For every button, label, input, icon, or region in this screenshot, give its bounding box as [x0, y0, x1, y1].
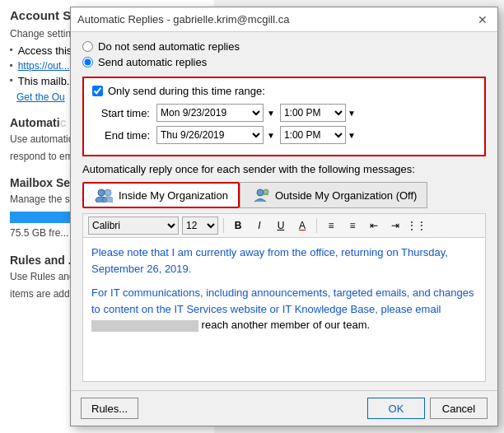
font-color-button[interactable]: A	[293, 216, 311, 235]
more-options-button[interactable]: ⋮⋮	[408, 216, 426, 235]
dialog-titlebar: Automatic Replies - gabrielle.krim@mcgil…	[71, 7, 497, 32]
reply-options: Do not send automatic replies Send autom…	[82, 40, 486, 72]
dialog-footer: Rules... OK Cancel	[71, 390, 497, 426]
time-range-checkbox-row[interactable]: Only send during this time range:	[92, 85, 476, 97]
italic-button[interactable]: I	[250, 216, 268, 235]
editor-toolbar: Calibri 12 B I U A ≡ ≡ ⇤ ⇥ ⋮⋮	[82, 213, 486, 237]
start-time-label: Start time:	[92, 107, 150, 119]
dialog-body: Do not send automatic replies Send autom…	[71, 32, 497, 390]
get-ou-link[interactable]: Get the Ou	[16, 91, 65, 103]
end-time-row: End time: Thu 9/26/2019 ▼ 1:00 PM ▼	[92, 126, 476, 144]
bold-button[interactable]: B	[229, 216, 247, 235]
send-reply-label: Send automatic replies	[98, 56, 207, 68]
decrease-indent-button[interactable]: ⇤	[365, 216, 383, 235]
editor-line2-part1: For IT communications, including announc…	[91, 286, 474, 315]
redacted-email	[91, 320, 198, 332]
start-time-select[interactable]: 1:00 PM	[280, 104, 346, 122]
no-reply-label: Do not send automatic replies	[98, 40, 240, 53]
end-time-select[interactable]: 1:00 PM	[280, 126, 346, 144]
reply-instruction: Automatically reply once for each sender…	[82, 163, 486, 175]
send-reply-option[interactable]: Send automatic replies	[82, 56, 486, 68]
time-range-checkbox[interactable]	[92, 86, 103, 96]
ok-button[interactable]: OK	[367, 398, 425, 419]
outside-org-icon	[250, 187, 270, 203]
toolbar-sep-2	[316, 218, 317, 233]
start-date-chevron-icon: ▼	[267, 109, 275, 118]
dialog-title: Automatic Replies - gabrielle.krim@mcgil…	[77, 13, 289, 26]
editor-line2-part2: reach another member of our team.	[198, 319, 370, 331]
font-select[interactable]: Calibri	[88, 216, 179, 235]
svg-point-1	[105, 189, 111, 196]
bullet-list-button[interactable]: ≡	[322, 216, 340, 235]
toolbar-sep-1	[223, 218, 224, 233]
close-button[interactable]: ✕	[474, 12, 491, 28]
end-time-chevron-icon: ▼	[348, 131, 356, 140]
send-reply-radio[interactable]	[82, 57, 93, 68]
font-color-label: A	[299, 220, 306, 231]
editor-line1: Please note that I am currently away fro…	[91, 246, 448, 275]
tabs-row: Inside My Organization Outside My Organi…	[82, 182, 486, 208]
end-time-label: End time:	[92, 129, 150, 142]
rules-button[interactable]: Rules...	[81, 398, 138, 419]
tab-outside-label: Outside My Organization (Off)	[275, 189, 417, 202]
cancel-button[interactable]: Cancel	[430, 398, 488, 419]
bg-link-1[interactable]: https://out...	[18, 60, 70, 72]
tab-inside-org[interactable]: Inside My Organization	[82, 182, 240, 208]
editor-area[interactable]: Please note that I am currently away fro…	[82, 237, 486, 382]
increase-indent-button[interactable]: ⇥	[386, 216, 404, 235]
numbered-list-button[interactable]: ≡	[343, 216, 362, 235]
time-range-box: Only send during this time range: Start …	[82, 77, 486, 156]
svg-point-0	[98, 189, 105, 196]
tab-inside-label: Inside My Organization	[119, 189, 228, 202]
no-reply-radio[interactable]	[82, 41, 93, 52]
time-range-label: Only send during this time range:	[108, 85, 265, 97]
end-date-chevron-icon: ▼	[267, 131, 275, 140]
automatic-replies-dialog: Automatic Replies - gabrielle.krim@mcgil…	[70, 7, 498, 426]
end-date-select[interactable]: Thu 9/26/2019	[156, 126, 264, 144]
font-size-select[interactable]: 12	[182, 216, 218, 235]
underline-button[interactable]: U	[272, 216, 290, 235]
start-time-row: Start time: Mon 9/23/2019 ▼ 1:00 PM ▼	[92, 104, 476, 122]
start-time-chevron-icon: ▼	[348, 109, 356, 118]
svg-point-4	[257, 189, 264, 196]
start-date-select[interactable]: Mon 9/23/2019	[156, 104, 264, 122]
inside-org-icon	[94, 187, 114, 203]
no-reply-option[interactable]: Do not send automatic replies	[82, 40, 486, 53]
tab-outside-org[interactable]: Outside My Organization (Off)	[240, 182, 427, 208]
svg-point-3	[102, 197, 113, 203]
